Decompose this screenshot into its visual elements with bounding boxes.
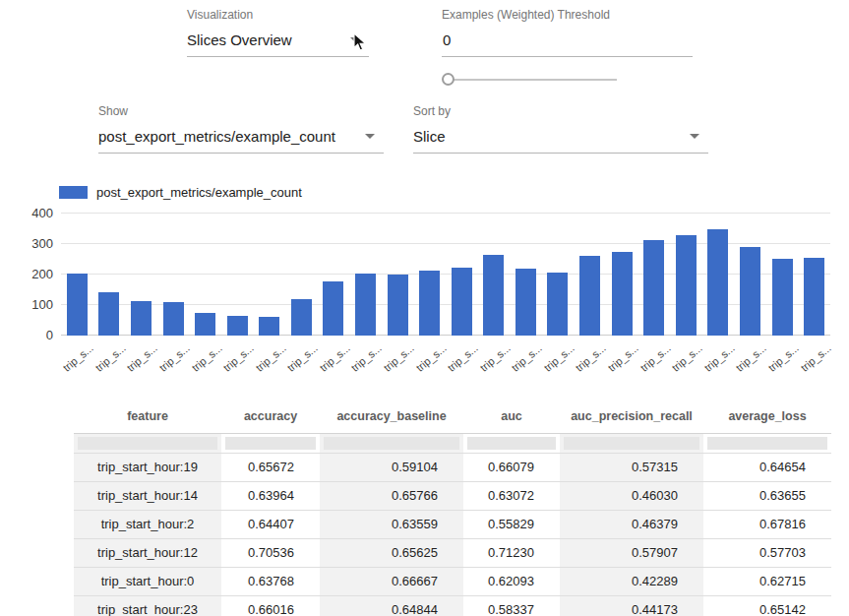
bar[interactable] — [804, 258, 824, 336]
column-filter-input[interactable] — [78, 437, 217, 450]
x-tick-label: trip_s... — [221, 341, 256, 373]
filter-cell — [560, 433, 703, 453]
bar-slot — [734, 214, 766, 336]
metric-cell: 0.64844 — [320, 595, 463, 616]
bar[interactable] — [259, 317, 279, 336]
bar[interactable] — [323, 281, 343, 336]
threshold-slider[interactable] — [442, 72, 617, 87]
metric-cell: 0.62093 — [463, 567, 560, 595]
metric-cell: 0.46030 — [560, 481, 703, 510]
x-label-slot: trip_s... — [382, 338, 414, 385]
bar-slot — [285, 214, 318, 336]
show-label: Show — [98, 104, 384, 118]
feature-cell: trip_start_hour:0 — [74, 567, 221, 595]
x-label-slot: trip_s... — [670, 338, 702, 385]
table-row[interactable]: trip_start_hour:00.637680.666670.620930.… — [74, 567, 831, 595]
visualization-value: Slices Overview — [187, 31, 292, 48]
x-tick-label: trip_s... — [606, 341, 640, 373]
bar-slot — [798, 214, 830, 336]
column-header[interactable]: accuracy — [221, 400, 320, 433]
x-tick-label: trip_s... — [510, 341, 544, 373]
x-tick-label: trip_s... — [349, 341, 384, 373]
bar[interactable] — [643, 240, 664, 336]
column-filter-input[interactable] — [707, 437, 827, 450]
metric-cell: 0.63964 — [221, 481, 320, 510]
column-filter-input[interactable] — [324, 437, 459, 450]
x-tick-label: trip_s... — [253, 341, 287, 373]
bar[interactable] — [388, 275, 408, 336]
bar[interactable] — [227, 316, 248, 336]
column-header[interactable]: auc — [463, 400, 560, 433]
table-row[interactable]: trip_start_hour:120.705360.656250.712300… — [74, 538, 831, 567]
sort-by-dropdown[interactable]: Slice — [413, 125, 708, 154]
column-filter-input[interactable] — [564, 437, 699, 450]
filter-cell — [463, 433, 560, 453]
x-tick-label: trip_s... — [701, 341, 736, 373]
bar[interactable] — [131, 301, 152, 336]
metric-cell: 0.70536 — [221, 538, 320, 567]
bar[interactable] — [163, 302, 184, 336]
feature-cell: trip_start_hour:19 — [74, 453, 221, 481]
table-header-row: featureaccuracyaccuracy_baselineaucauc_p… — [74, 400, 831, 433]
bar[interactable] — [98, 292, 119, 336]
column-filter-input[interactable] — [467, 437, 556, 450]
slider-track — [446, 79, 617, 81]
column-header[interactable]: feature — [74, 400, 221, 433]
chevron-down-icon — [690, 134, 699, 139]
bar-slot — [125, 214, 157, 336]
column-header[interactable]: auc_precision_recall — [560, 400, 703, 433]
table-row[interactable]: trip_start_hour:230.660160.648440.583370… — [74, 595, 831, 616]
bar[interactable] — [676, 235, 697, 336]
visualization-label: Visualization — [187, 8, 369, 22]
bar[interactable] — [740, 247, 760, 336]
slider-knob[interactable] — [442, 73, 455, 86]
table-row[interactable]: trip_start_hour:140.639640.657660.630720… — [74, 481, 831, 510]
bar[interactable] — [612, 252, 633, 336]
table-filter-row — [74, 433, 831, 453]
bar[interactable] — [419, 271, 440, 336]
metric-cell: 0.66079 — [463, 453, 560, 481]
column-filter-input[interactable] — [225, 437, 316, 450]
bar-slot — [382, 214, 414, 336]
bar[interactable] — [547, 273, 568, 337]
metric-cell: 0.44173 — [560, 595, 703, 616]
bar[interactable] — [772, 259, 793, 336]
x-tick-label: trip_s... — [92, 341, 127, 373]
metric-cell: 0.64654 — [703, 453, 831, 481]
x-tick-label: trip_s... — [798, 341, 832, 373]
show-metric-dropdown[interactable]: post_export_metrics/example_count — [98, 125, 384, 154]
bar-slot — [349, 214, 382, 336]
bar[interactable] — [707, 229, 728, 337]
x-label-slot: trip_s... — [766, 338, 799, 385]
threshold-input[interactable]: 0 — [442, 29, 693, 57]
metric-cell: 0.63768 — [221, 567, 320, 595]
bar[interactable] — [579, 256, 600, 336]
x-label-slot: trip_s... — [189, 338, 221, 385]
table-row[interactable]: trip_start_hour:190.656720.591040.660790… — [74, 453, 831, 481]
bar[interactable] — [195, 313, 215, 336]
metric-cell: 0.63559 — [320, 510, 463, 538]
bar[interactable] — [67, 274, 88, 337]
filter-cell — [74, 433, 221, 453]
visualization-dropdown[interactable]: Slices Overview — [187, 29, 369, 57]
x-tick-label: trip_s... — [157, 341, 192, 373]
bar[interactable] — [483, 255, 504, 336]
x-label-slot: trip_s... — [574, 338, 606, 385]
column-header[interactable]: accuracy_baseline — [320, 400, 463, 433]
x-label-slot: trip_s... — [734, 338, 766, 385]
bar[interactable] — [355, 274, 376, 337]
bar[interactable] — [515, 269, 536, 336]
table-row[interactable]: trip_start_hour:20.644070.635590.558290.… — [74, 510, 831, 538]
x-tick-label: trip_s... — [61, 341, 95, 373]
sort-by-label: Sort by — [413, 104, 708, 118]
column-header[interactable]: average_loss — [703, 400, 831, 433]
x-label-slot: trip_s... — [542, 338, 575, 385]
y-tick-label: 300 — [20, 237, 53, 251]
x-label-slot: trip_s... — [349, 338, 382, 385]
bar[interactable] — [452, 268, 472, 336]
x-tick-label: trip_s... — [125, 341, 159, 373]
bar[interactable] — [291, 299, 312, 336]
x-label-slot: trip_s... — [93, 338, 126, 385]
metric-cell: 0.59104 — [320, 453, 463, 481]
x-tick-label: trip_s... — [446, 341, 480, 373]
